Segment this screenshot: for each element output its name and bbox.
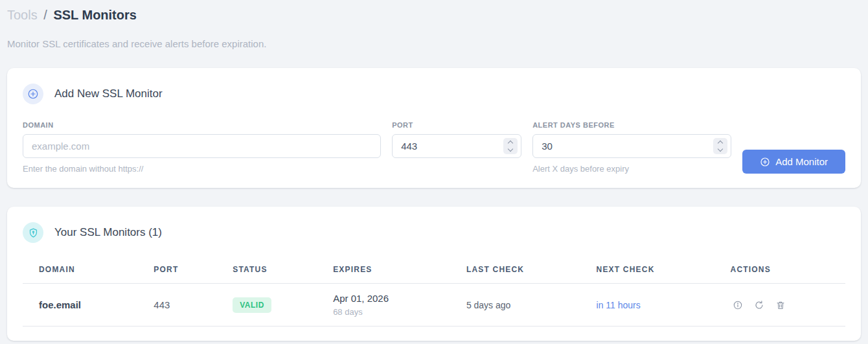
monitor-expires-days: 68 days [333, 307, 456, 317]
info-icon[interactable] [733, 300, 743, 310]
stepper-down-icon[interactable] [718, 146, 723, 152]
monitor-next-check: in 11 hours [591, 284, 725, 327]
page-subtitle: Monitor SSL certificates and receive ale… [7, 38, 861, 49]
add-monitor-form: DOMAIN Enter the domain without https://… [23, 121, 845, 174]
monitors-table: DOMAIN PORT STATUS EXPIRES LAST CHECK NE… [23, 257, 845, 327]
alert-days-field-group: ALERT DAYS BEFORE Alert X days before ex… [532, 121, 731, 174]
port-label: PORT [392, 121, 521, 129]
stepper-down-icon[interactable] [508, 146, 513, 152]
alert-days-stepper[interactable] [713, 138, 727, 154]
monitor-domain: foe.email [23, 284, 148, 327]
port-input[interactable] [392, 134, 521, 158]
alert-days-input[interactable] [532, 134, 731, 158]
domain-input[interactable] [23, 134, 381, 158]
domain-label: DOMAIN [23, 121, 381, 129]
add-monitor-card-header: Add New SSL Monitor [23, 84, 845, 104]
monitor-port: 443 [148, 284, 227, 327]
breadcrumb-separator: / [38, 8, 54, 22]
stepper-up-icon[interactable] [718, 141, 723, 146]
refresh-icon[interactable] [754, 300, 764, 310]
add-monitor-card: Add New SSL Monitor DOMAIN Enter the dom… [7, 68, 861, 188]
plus-circle-icon [23, 84, 43, 104]
page-title: SSL Monitors [53, 8, 137, 22]
breadcrumb-tools-link[interactable]: Tools [7, 8, 38, 22]
table-row: foe.email 443 VALID Apr 01, 2026 68 days… [23, 284, 845, 327]
monitor-expires-date: Apr 01, 2026 [333, 293, 456, 304]
domain-help-text: Enter the domain without https:// [23, 164, 381, 174]
column-header-actions: ACTIONS [725, 257, 845, 284]
port-field-group: PORT [392, 121, 521, 158]
column-header-domain: DOMAIN [23, 257, 148, 284]
table-header-row: DOMAIN PORT STATUS EXPIRES LAST CHECK NE… [23, 257, 845, 284]
monitors-list-card: Your SSL Monitors (1) DOMAIN PORT STATUS… [7, 207, 861, 341]
plus-circle-icon [760, 157, 770, 167]
ssl-monitors-page: Tools / SSL Monitors Monitor SSL certifi… [0, 0, 868, 341]
trash-icon[interactable] [775, 300, 786, 310]
column-header-expires: EXPIRES [328, 257, 461, 284]
column-header-next-check: NEXT CHECK [591, 257, 725, 284]
domain-field-group: DOMAIN Enter the domain without https:// [23, 121, 381, 174]
add-monitor-button[interactable]: Add Monitor [742, 150, 845, 174]
monitors-list-title: Your SSL Monitors (1) [54, 226, 162, 239]
add-monitor-title: Add New SSL Monitor [54, 87, 163, 100]
column-header-port: PORT [148, 257, 227, 284]
row-actions [731, 300, 840, 310]
breadcrumb: Tools / SSL Monitors [7, 5, 861, 23]
alert-days-help-text: Alert X days before expiry [532, 164, 731, 174]
monitor-last-check: 5 days ago [461, 284, 591, 327]
column-header-last-check: LAST CHECK [461, 257, 591, 284]
alert-days-label: ALERT DAYS BEFORE [532, 121, 731, 129]
add-monitor-button-label: Add Monitor [775, 156, 828, 167]
status-badge: VALID [233, 297, 271, 313]
column-header-status: STATUS [227, 257, 328, 284]
shield-icon [23, 222, 43, 243]
port-stepper[interactable] [503, 138, 518, 154]
stepper-up-icon[interactable] [508, 141, 513, 146]
monitors-card-header: Your SSL Monitors (1) [23, 222, 845, 243]
